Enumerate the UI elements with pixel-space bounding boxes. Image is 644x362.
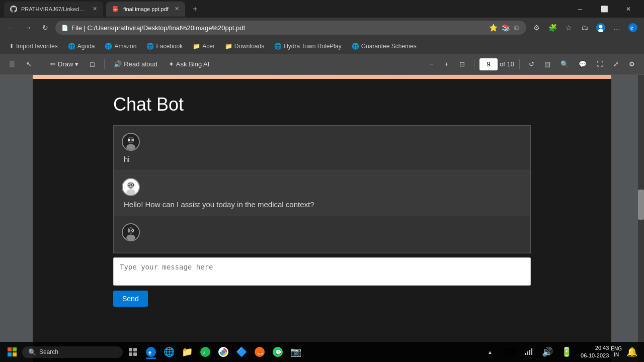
battery-icon[interactable]: 🔋 [558,344,575,360]
read-aloud-tool[interactable]: 🔊 Read aloud [110,58,162,70]
fav-agoda[interactable]: 🌐 Agoda [64,41,99,52]
tab-github[interactable]: PRATHVIRAJ67/Linked-In... ✕ [4,2,103,17]
extensions-icon[interactable]: 🧩 [545,21,559,35]
fav-facebook[interactable]: 🌐 Facebook [142,41,187,52]
file-icon: 📄 [61,25,68,31]
edge-active-indicator [146,357,156,359]
tab-pdf-close[interactable]: ✕ [175,6,179,12]
select-tool[interactable]: ↖ [22,58,36,70]
immersive-icon: ⛶ [597,60,603,68]
message-input[interactable] [113,257,531,286]
tab-pdf-title: final image ppt.pdf [123,6,169,12]
page-scrollbar-track[interactable] [638,75,644,362]
notification-icon[interactable]: 🔔 [624,344,640,360]
system-clock[interactable]: 20:43 06-10-2023 [581,344,609,360]
network-icon[interactable] [520,344,536,360]
comment-tool[interactable]: 💬 [575,58,591,70]
close-button[interactable]: ✕ [617,0,640,18]
back-button[interactable]: ← [4,21,18,35]
settings-icon[interactable]: ⚙ [529,21,543,35]
more-options-icon[interactable]: … [610,21,624,35]
taskbar-spotify-icon[interactable]: ♪ [197,344,213,360]
chatbot-container: Chat Bot [33,79,611,321]
immersive-tool[interactable]: ⛶ [593,58,607,70]
rotate-tool[interactable]: ↺ [525,58,538,70]
draw-pencil-icon: ✏ [50,60,56,68]
fav-import-label: Import favorites [16,43,58,50]
zoom-in-icon: + [444,60,448,68]
tab-github-close[interactable]: ✕ [93,6,97,12]
task-view-button[interactable] [125,344,141,360]
more-pdf-tool[interactable]: ⚙ [625,58,639,70]
collections-nav-icon[interactable]: 🗂 [578,21,592,35]
minimize-button[interactable]: ─ [569,0,592,18]
fav-import[interactable]: ⬆ Import favorites [5,41,62,52]
search-pdf-tool[interactable]: 🔍 [556,58,573,70]
keyboard-icon[interactable]: ⌨ [501,344,517,360]
taskbar-firefox-icon[interactable]: 🦊 [252,344,268,360]
expand-tray-icon: ▲ [488,349,493,355]
draw-tool[interactable]: ✏ Draw ▾ [46,58,83,70]
hamburger-icon: ☰ [9,60,15,68]
amazon-icon: 🌐 [105,43,112,50]
fav-hydra-label: Hydra Town RolePlay [284,43,342,50]
taskbar-search-box[interactable]: 🔍 Search [22,346,123,358]
collections-icon[interactable]: 📚 [501,23,511,33]
fav-amazon[interactable]: 🌐 Amazon [101,41,140,52]
zoom-in-tool[interactable]: + [440,58,452,70]
fit-page-tool[interactable]: ⊡ [455,58,469,70]
language-indicator: ENGIN [611,346,622,358]
forward-button[interactable]: → [21,21,35,35]
address-text: File | C:/Users/prathviraj/Desktop/final… [71,24,485,32]
fav-downloads[interactable]: 📁 Downloads [221,41,268,52]
search-pdf-icon: 🔍 [560,60,569,68]
fav-acer-label: Acer [202,43,215,50]
taskbar-whatsapp-icon[interactable]: 💬 [270,344,286,360]
start-button[interactable] [4,344,20,360]
fav-guarantee[interactable]: 🌐 Guarantee Schemes [348,41,421,52]
page-input[interactable]: 9 [479,58,498,70]
tab-pdf[interactable]: PDF final image ppt.pdf ✕ [106,2,185,17]
toolbar-divider-3 [474,59,474,69]
profile-icon[interactable] [594,21,608,35]
split-icon[interactable]: ⧉ [513,23,520,33]
expand-icon: ⤢ [613,60,619,68]
zoom-out-tool[interactable]: − [426,58,438,70]
fav-hydra[interactable]: 🌐 Hydra Town RolePlay [270,41,346,52]
favorites-icon[interactable]: ☆ [561,21,576,35]
expand-tool[interactable]: ⤢ [609,58,623,70]
erase-tool[interactable]: ◻ [86,58,99,70]
fav-acer[interactable]: 📁 Acer [189,41,219,52]
pdf-favicon: PDF [112,6,119,13]
import-icon: ⬆ [9,43,14,50]
ask-bing-tool[interactable]: ✦ Ask Bing AI [165,58,213,70]
draw-chevron-icon: ▾ [75,60,78,68]
pdf-page: Chat Bot [33,75,611,362]
pdf-content: Chat Bot [0,75,644,362]
svg-rect-37 [13,352,17,356]
taskbar-search-icon: 🔍 [28,348,36,356]
address-bar[interactable]: 📄 File | C:/Users/prathviraj/Desktop/fin… [55,21,526,35]
taskbar-globe-icon[interactable]: 🌐 [161,344,177,360]
taskbar-chrome-icon[interactable] [215,344,231,360]
chat-messages-area[interactable]: hi [113,125,531,253]
taskbar-folder-icon[interactable]: 📁 [179,344,195,360]
layout-tool[interactable]: ▤ [540,58,554,70]
refresh-button[interactable]: ↻ [38,21,52,35]
new-tab-button[interactable]: + [188,2,202,16]
system-tray-expand[interactable]: ▲ [482,344,498,360]
comment-icon: 💬 [579,60,587,68]
page-scrollbar-thumb[interactable] [638,190,644,220]
taskbar-vpn-icon[interactable]: 🔷 [233,344,250,360]
speaker-icon[interactable]: 🔊 [539,344,555,360]
zoom-out-icon: − [430,60,434,68]
taskbar-photo-icon[interactable]: 📷 [288,344,304,360]
svg-text:🦊: 🦊 [257,349,264,355]
hamburger-tool[interactable]: ☰ [5,58,19,70]
send-button[interactable]: Send [113,291,148,307]
taskbar-edge-icon[interactable]: e [143,344,159,360]
erase-icon: ◻ [90,60,95,68]
maximize-button[interactable]: ⬜ [593,0,616,18]
read-icon[interactable]: ⭐ [488,23,499,33]
svg-point-14 [132,139,133,140]
